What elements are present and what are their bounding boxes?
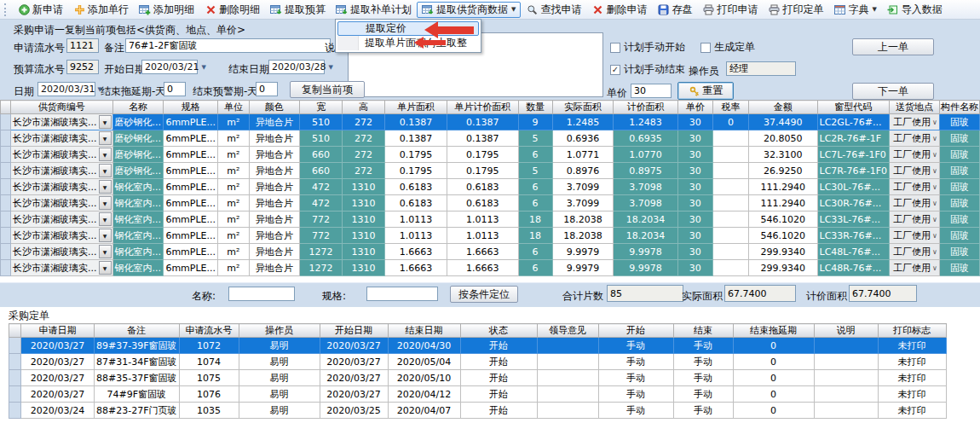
grid-cell[interactable]: 异地合片 bbox=[249, 147, 299, 163]
grid-cell[interactable]: 2020/04/30 bbox=[388, 338, 460, 354]
grid-cell[interactable]: 0 bbox=[733, 354, 814, 370]
grid-cell[interactable] bbox=[537, 403, 598, 419]
grid-cell[interactable]: 1272 bbox=[299, 244, 342, 260]
grid-cell[interactable]: 272 bbox=[343, 114, 385, 130]
column-header[interactable]: 申请日期 bbox=[21, 324, 95, 338]
supplier-combo-cell[interactable]: 长沙市潇湘玻璃实...▼ bbox=[11, 244, 113, 260]
column-header[interactable]: 打印标志 bbox=[878, 324, 946, 338]
grid-cell[interactable]: 26.9250 bbox=[749, 163, 818, 179]
column-header[interactable]: 备注 bbox=[95, 324, 180, 338]
grid-cell[interactable]: m² bbox=[218, 244, 250, 260]
grid-cell[interactable]: 1310 bbox=[343, 260, 385, 276]
grid-cell[interactable]: 9.9979 bbox=[552, 244, 614, 260]
import-data-button[interactable]: 导入数据 bbox=[882, 2, 948, 18]
grid-cell[interactable]: 18 bbox=[518, 212, 552, 228]
grid-cell[interactable]: m² bbox=[218, 228, 250, 244]
grid-cell[interactable]: 固玻 bbox=[939, 163, 979, 179]
grid-cell[interactable]: 0.6935 bbox=[614, 130, 677, 147]
request-no-field[interactable] bbox=[66, 38, 99, 53]
grid-cell[interactable]: 3.7099 bbox=[552, 179, 614, 195]
grid-cell[interactable]: 0.1795 bbox=[385, 163, 447, 179]
grid-cell[interactable]: 异地合片 bbox=[249, 244, 299, 260]
row-indicator[interactable] bbox=[9, 386, 21, 403]
grid-cell[interactable]: 9 bbox=[518, 114, 552, 130]
grid-cell[interactable]: 772 bbox=[299, 228, 342, 244]
grid-cell[interactable]: 未打印 bbox=[878, 370, 946, 386]
column-header[interactable]: 供货商编号 bbox=[11, 101, 113, 114]
grid-cell[interactable]: 6 bbox=[518, 147, 552, 163]
manual-start-checkbox[interactable]: 计划手动开始 bbox=[610, 40, 685, 55]
grid-cell[interactable]: 0.6183 bbox=[447, 179, 518, 195]
row-indicator[interactable] bbox=[1, 147, 11, 163]
grid-cell[interactable]: m² bbox=[218, 179, 250, 195]
filter-name-input[interactable] bbox=[228, 287, 295, 301]
grid-cell[interactable]: 6 bbox=[518, 244, 552, 260]
supplier-combo-cell[interactable]: 长沙市潇湘玻璃实...▼ bbox=[11, 114, 113, 130]
grid-cell[interactable]: 1.0113 bbox=[447, 228, 518, 244]
grid-cell[interactable]: 1076 bbox=[179, 386, 239, 403]
grid-cell[interactable]: 2020/03/27 bbox=[21, 338, 95, 354]
grid-cell[interactable]: 手动 bbox=[673, 370, 733, 386]
grid-cell[interactable]: 660 bbox=[299, 163, 342, 179]
delete-request-button[interactable]: 删除申请 bbox=[586, 2, 652, 18]
grid-cell[interactable]: 6mmPLE... bbox=[164, 179, 218, 195]
unit-price-field[interactable] bbox=[631, 84, 672, 98]
grid-cell[interactable]: 30 bbox=[677, 114, 712, 130]
grid-cell[interactable]: 0 bbox=[733, 403, 814, 419]
grid-cell[interactable]: 未打印 bbox=[878, 386, 946, 403]
grid-cell[interactable]: 钢化室内... bbox=[112, 212, 164, 228]
grid-cell[interactable]: 1.6663 bbox=[447, 244, 518, 260]
grid-cell[interactable]: 9.9979 bbox=[552, 260, 614, 276]
grid-cell[interactable]: 2020/05/10 bbox=[388, 370, 460, 386]
grid-cell[interactable]: 0.6183 bbox=[447, 195, 518, 212]
grid-cell[interactable]: 开始 bbox=[460, 403, 537, 419]
find-request-button[interactable]: 查找申请 bbox=[521, 2, 586, 18]
filter-spec-input[interactable] bbox=[366, 287, 438, 301]
grid-cell[interactable]: 固玻 bbox=[939, 130, 979, 147]
print-order-button[interactable]: 打印定单 bbox=[763, 2, 828, 18]
grid-cell[interactable] bbox=[814, 403, 878, 419]
grid-cell[interactable]: 异地合片 bbox=[249, 114, 299, 130]
grid-cell[interactable]: 546.1020 bbox=[749, 212, 818, 228]
grid-cell[interactable]: 299.9340 bbox=[749, 260, 818, 276]
grid-cell[interactable]: 1310 bbox=[343, 212, 385, 228]
grid-cell[interactable]: 0.6936 bbox=[552, 130, 614, 147]
grid-cell[interactable] bbox=[814, 354, 878, 370]
dictionary-button[interactable]: 字典▼ bbox=[828, 2, 881, 18]
next-order-button[interactable]: 下一单 bbox=[852, 83, 934, 100]
grid-cell[interactable]: 472 bbox=[299, 195, 342, 212]
column-header[interactable]: 领导意见 bbox=[537, 324, 598, 338]
column-header[interactable]: 单片计价面积 bbox=[447, 101, 518, 114]
row-indicator[interactable] bbox=[1, 114, 11, 130]
grid-cell[interactable]: 2020/03/24 bbox=[21, 403, 95, 419]
grid-cell[interactable]: 111.2940 bbox=[749, 195, 818, 212]
column-header[interactable]: 高 bbox=[343, 101, 385, 114]
grid-cell[interactable]: LC48L-76#... bbox=[817, 244, 889, 260]
grid-cell[interactable]: 易明 bbox=[239, 386, 320, 403]
grid-cell[interactable]: 异地合片 bbox=[249, 179, 299, 195]
grid-cell[interactable]: 手动 bbox=[673, 354, 733, 370]
locate-by-condition-button[interactable]: 按条件定位 bbox=[450, 286, 518, 303]
grid-cell[interactable]: LC2R-76#-1F bbox=[817, 130, 889, 147]
grid-cell[interactable]: 手动 bbox=[673, 403, 733, 419]
column-header[interactable]: 申请流水号 bbox=[179, 324, 239, 338]
grid-cell[interactable]: 9.9978 bbox=[614, 260, 677, 276]
grid-cell[interactable]: 510 bbox=[299, 130, 342, 147]
grid-cell[interactable]: 开始 bbox=[460, 354, 537, 370]
grid-cell[interactable]: 1.0113 bbox=[385, 228, 447, 244]
grid-cell[interactable]: 30 bbox=[677, 195, 712, 212]
grid-cell[interactable]: 772 bbox=[299, 212, 342, 228]
grid-cell[interactable]: LC2GL-76#... bbox=[817, 114, 889, 130]
grid-cell[interactable]: 299.9340 bbox=[749, 244, 818, 260]
grid-cell[interactable]: 固玻 bbox=[939, 114, 979, 130]
grid-cell[interactable]: 固玻 bbox=[939, 212, 979, 228]
column-header[interactable]: 单位 bbox=[218, 101, 250, 114]
column-header[interactable]: 结束拖延期 bbox=[733, 324, 814, 338]
grid-cell[interactable]: 87#31-34F窗固玻 bbox=[95, 354, 180, 370]
delivery-combo-cell[interactable]: 工厂使用∨ bbox=[890, 212, 940, 228]
grid-cell[interactable]: 手动 bbox=[598, 354, 673, 370]
manual-end-checkbox[interactable]: ✓计划手动结束 bbox=[610, 62, 685, 77]
grid-cell[interactable]: 6mmPLE... bbox=[164, 130, 218, 147]
add-single-row-button[interactable]: 添加单行 bbox=[68, 2, 134, 18]
delivery-combo-cell[interactable]: 工厂使用∨ bbox=[890, 130, 940, 147]
